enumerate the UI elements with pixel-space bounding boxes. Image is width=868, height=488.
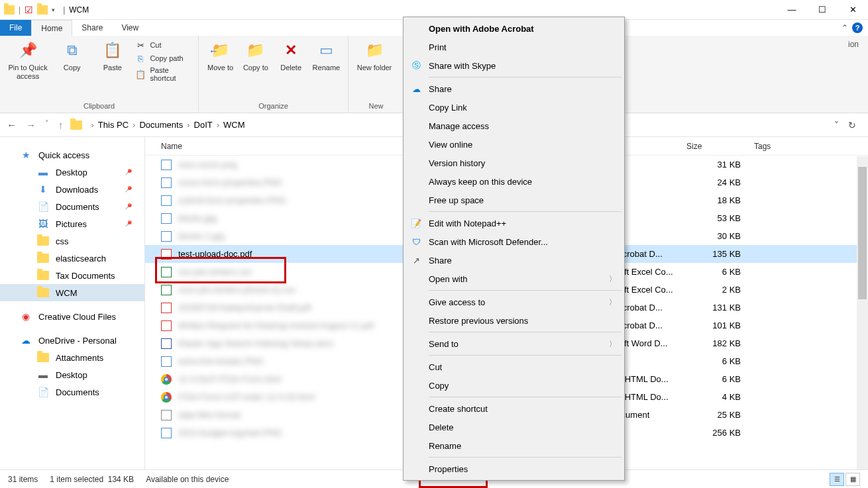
rename-button[interactable]: ▭ Rename [311, 40, 341, 72]
details-view-button[interactable]: ☰ [830, 473, 844, 486]
nav-elasticsearch[interactable]: elasticsearch [0, 250, 144, 267]
move-to-button[interactable]: 📁← Move to [205, 40, 235, 72]
ctx-open-with[interactable]: Open with〉 [405, 269, 623, 288]
ctx-view-online[interactable]: View online [405, 135, 623, 154]
desktop-icon: ▬ [37, 167, 49, 177]
ctx-defender[interactable]: 🛡Scan with Microsoft Defender... [405, 232, 623, 251]
cut-button[interactable]: ✂Cut [135, 40, 191, 50]
file-name: xxx-job-centers.csv [178, 267, 252, 277]
forward-button[interactable]: → [26, 119, 36, 130]
nav-wcm[interactable]: WCM [0, 284, 144, 301]
tab-view[interactable]: View [112, 20, 148, 36]
close-button[interactable]: ✕ [838, 0, 868, 20]
ctx-separator [429, 77, 622, 77]
nav-tax-documents[interactable]: Tax Documents [0, 267, 144, 284]
tab-share[interactable]: Share [72, 20, 112, 36]
nav-documents[interactable]: 📄Documents📍 [0, 198, 144, 215]
paste-button[interactable]: 📋 Paste [95, 40, 130, 72]
creative-cloud-icon: ◉ [20, 311, 32, 322]
ctx-open-adobe[interactable]: Open with Adobe Acrobat [405, 19, 623, 38]
ctx-copy[interactable]: Copy [405, 376, 623, 395]
address-dropdown-icon[interactable]: ˅ [834, 120, 839, 130]
minimize-button[interactable]: — [777, 0, 807, 20]
nav-css[interactable]: css [0, 232, 144, 250]
chrome-file-icon [161, 392, 172, 403]
ctx-share2[interactable]: ↗Share [405, 251, 623, 269]
nav-desktop[interactable]: ▬Desktop📍 [0, 164, 144, 181]
ctx-print[interactable]: Print [405, 38, 623, 56]
recent-locations-button[interactable]: ˅ [45, 119, 49, 130]
ctx-rename[interactable]: Rename [405, 436, 623, 455]
nav-od-attachments[interactable]: Attachments [0, 349, 144, 366]
folder-icon [37, 353, 49, 362]
ctx-give-access[interactable]: Give access to〉 [405, 293, 623, 311]
help-icon[interactable]: ? [852, 23, 863, 33]
file-size: 53 KB [686, 213, 754, 223]
refresh-button[interactable]: ↻ [848, 120, 856, 130]
tab-home[interactable]: Home [31, 20, 72, 36]
ctx-properties[interactable]: Properties [405, 460, 623, 478]
crumb-wcm[interactable]: WCM [223, 120, 245, 130]
col-tags[interactable]: Tags [754, 142, 868, 151]
folder-icon [37, 254, 49, 263]
copy-button[interactable]: ⧉ Copy [54, 40, 89, 72]
file-size: 6 KB [686, 356, 754, 366]
ctx-separator [429, 397, 622, 397]
file-name: xxxx-job-centers-phone-no.csv [178, 285, 296, 295]
pin-label: Pin to Quick access [7, 64, 49, 81]
move-to-icon: 📁← [210, 40, 231, 61]
nav-pictures[interactable]: 🖼Pictures📍 [0, 215, 144, 232]
crumb-doit[interactable]: DoIT [194, 120, 213, 130]
title-separator: | [63, 5, 65, 15]
nav-od-desktop[interactable]: ▬Desktop [0, 366, 144, 383]
img-file-icon [161, 160, 172, 170]
crumb-this-pc[interactable]: This PC [98, 120, 129, 130]
tab-file[interactable]: File [0, 20, 31, 36]
delete-button[interactable]: ✕ Delete [276, 40, 306, 72]
nav-onedrive[interactable]: ☁OneDrive - Personal [0, 332, 144, 349]
ctx-create-shortcut[interactable]: Create shortcut [405, 399, 623, 418]
nav-creative-cloud[interactable]: ◉Creative Cloud Files [0, 308, 144, 325]
ctx-free-up[interactable]: Free up space [405, 191, 623, 209]
newfolder-label: New folder [357, 64, 392, 72]
pin-to-quick-access-button[interactable]: 📌 Pin to Quick access [7, 40, 49, 81]
nav-quick-access[interactable]: ★Quick access [0, 146, 144, 164]
rename-icon: ▭ [315, 40, 337, 61]
ctx-skype[interactable]: ⓈShare with Skype [405, 56, 623, 75]
ctx-always-keep[interactable]: Always keep on this device [405, 172, 623, 191]
crumb-documents[interactable]: Documents [139, 120, 183, 130]
pin-icon: 📍 [121, 166, 134, 178]
up-button[interactable]: ↑ [58, 119, 64, 130]
copy-to-button[interactable]: 📁 Copy to [241, 40, 270, 72]
vertical-scrollbar[interactable] [857, 156, 868, 469]
img-file-icon [161, 195, 172, 206]
back-button[interactable]: ← [7, 119, 17, 130]
ctx-copy-link[interactable]: Copy Link [405, 98, 623, 117]
new-folder-button[interactable]: 📁 New folder [355, 40, 394, 72]
item-count: 31 items [8, 475, 38, 484]
qat-dropdown-icon[interactable]: ▾ [52, 7, 55, 13]
img-file-icon [161, 428, 172, 438]
maximize-button[interactable]: ☐ [807, 0, 838, 20]
scrollbar-thumb[interactable] [858, 167, 867, 299]
large-icons-view-button[interactable]: ▦ [845, 473, 860, 486]
copy-path-button[interactable]: ⎘Copy path [135, 53, 191, 64]
nav-downloads[interactable]: ⬇Downloads📍 [0, 181, 144, 198]
ctx-notepad[interactable]: 📝Edit with Notepad++ [405, 214, 623, 232]
ctx-send-to[interactable]: Send to〉 [405, 334, 623, 353]
properties-qat-icon[interactable]: ☑ [25, 5, 33, 15]
paste-shortcut-button[interactable]: 📋Paste shortcut [135, 66, 191, 82]
ctx-manage-access[interactable]: Manage access [405, 117, 623, 135]
collapse-ribbon-icon[interactable]: ⌃ [841, 23, 848, 32]
pin-icon: 📍 [121, 217, 134, 230]
ctx-cut[interactable]: Cut [405, 358, 623, 376]
ctx-delete[interactable]: Delete [405, 418, 623, 436]
paste-shortcut-icon: 📋 [135, 69, 146, 79]
col-size[interactable]: Size [686, 142, 754, 151]
nav-od-documents[interactable]: 📄Documents [0, 383, 144, 401]
ctx-version-history[interactable]: Version history [405, 154, 623, 172]
ctx-share[interactable]: ☁Share [405, 79, 623, 98]
ctx-restore[interactable]: Restore previous versions [405, 311, 623, 330]
txt-file-icon [161, 410, 172, 420]
star-icon: ★ [20, 150, 32, 160]
